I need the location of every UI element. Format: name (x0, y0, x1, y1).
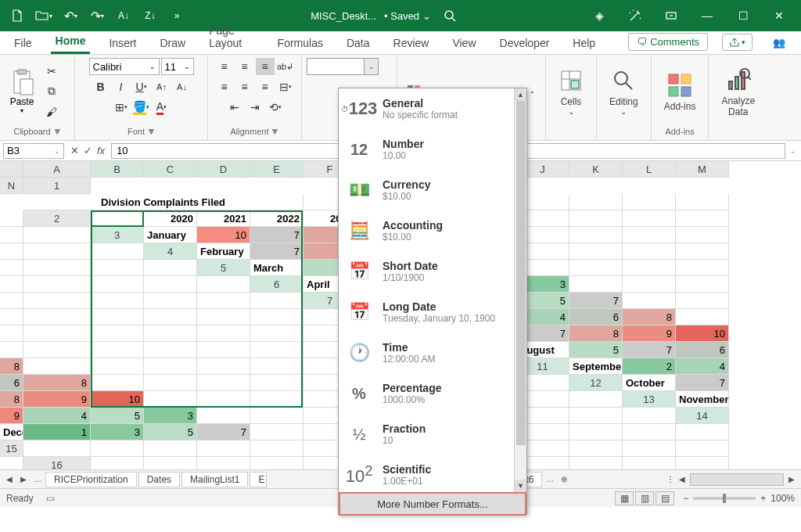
tab-nav-ellipsis-icon[interactable]: … (544, 475, 556, 483)
format-option-accounting[interactable]: 🧮Accounting$10.00 (339, 210, 526, 251)
cell[interactable] (23, 440, 91, 457)
cell[interactable] (144, 358, 197, 375)
cell[interactable] (250, 342, 304, 358)
cell[interactable] (91, 457, 144, 469)
tab-data[interactable]: Data (342, 37, 375, 54)
page-layout-view-icon[interactable]: ▥ (635, 491, 654, 505)
cell[interactable] (0, 293, 23, 309)
undo-icon[interactable]: ↶▾ (59, 5, 81, 27)
cell[interactable]: 2020 (144, 210, 197, 227)
cell[interactable]: December (0, 424, 23, 440)
format-option-scientific[interactable]: 102Scientific1.00E+01 (339, 455, 526, 492)
cell[interactable] (23, 227, 91, 243)
col-header[interactable]: C (144, 161, 197, 178)
cell[interactable]: 10 (676, 325, 729, 342)
cell[interactable] (197, 457, 250, 469)
format-option-time[interactable]: 🕐Time12:00:00 AM (339, 332, 526, 373)
cell[interactable]: 8 (0, 391, 23, 408)
cell[interactable] (0, 243, 23, 260)
font-dialog-icon[interactable]: ⯆ (148, 128, 155, 135)
name-box[interactable]: B3⌄ (3, 143, 64, 159)
cell[interactable]: 7 (197, 424, 250, 440)
cell[interactable]: 4 (676, 358, 729, 375)
row-header[interactable]: 3 (91, 227, 144, 243)
sheet-tab-2[interactable]: Dates (138, 472, 180, 487)
cell[interactable] (23, 342, 91, 358)
bold-icon[interactable]: B (92, 78, 110, 95)
row-header[interactable]: 13 (623, 391, 676, 408)
tab-help[interactable]: Help (568, 37, 600, 54)
cell[interactable] (623, 260, 676, 276)
merge-icon[interactable]: ⊟▾ (276, 78, 295, 95)
row-header[interactable]: 15 (0, 440, 23, 457)
hscroll-left-icon[interactable]: ◀ (676, 475, 688, 483)
tab-home[interactable]: Home (51, 34, 91, 54)
format-option-short-date[interactable]: 📅Short Date1/10/1900 (339, 251, 526, 292)
format-option-percentage[interactable]: %Percentage1000.00% (339, 373, 526, 414)
cell[interactable] (91, 440, 144, 457)
row-header[interactable]: 4 (144, 243, 197, 260)
col-header[interactable]: D (197, 161, 250, 178)
cell[interactable] (250, 457, 304, 469)
cell[interactable] (623, 227, 676, 243)
wand-icon[interactable] (620, 0, 651, 31)
normal-view-icon[interactable]: ▦ (615, 491, 634, 505)
tab-formulas[interactable]: Formulas (273, 37, 328, 54)
row-header[interactable]: 5 (197, 260, 250, 276)
teams-button[interactable]: 👥 (767, 34, 792, 51)
format-painter-icon[interactable]: 🖌 (42, 103, 61, 120)
increase-font-icon[interactable]: A↑ (153, 78, 171, 95)
cell[interactable]: 2022 (250, 210, 304, 227)
row-header[interactable]: 2 (23, 210, 91, 227)
cell[interactable] (144, 440, 197, 457)
cell[interactable] (144, 375, 197, 391)
cell[interactable]: Division Complaints Filed (23, 194, 304, 210)
copy-icon[interactable]: ⧉ (42, 83, 61, 100)
new-sheet-icon[interactable]: ⊕ (558, 475, 570, 483)
cell[interactable] (569, 440, 623, 457)
cell[interactable] (197, 342, 250, 358)
cell[interactable] (623, 194, 676, 210)
zoom-out-icon[interactable]: − (683, 493, 688, 504)
cell[interactable] (144, 293, 197, 309)
cell[interactable] (197, 293, 250, 309)
cell[interactable] (144, 342, 197, 358)
cell[interactable] (676, 210, 729, 227)
cell[interactable]: 2021 (197, 210, 250, 227)
cell[interactable] (250, 375, 304, 391)
cell[interactable] (0, 457, 23, 469)
cell[interactable] (676, 293, 729, 309)
cell[interactable]: 6 (569, 309, 623, 325)
cell[interactable] (197, 391, 250, 408)
cell[interactable]: 9 (623, 325, 676, 342)
cell[interactable] (0, 276, 23, 293)
cell[interactable] (91, 243, 144, 260)
diamond-icon[interactable]: ◈ (584, 0, 615, 31)
col-header[interactable] (0, 161, 23, 178)
cell[interactable] (676, 194, 729, 210)
ribbon-mode-icon[interactable] (656, 0, 687, 31)
cell[interactable] (676, 424, 729, 440)
cell[interactable]: 7 (250, 227, 304, 243)
horizontal-scrollbar[interactable] (690, 473, 784, 486)
cell[interactable] (144, 260, 197, 276)
cell[interactable] (676, 309, 729, 325)
col-header[interactable]: E (250, 161, 304, 178)
cell[interactable] (197, 375, 250, 391)
open-file-icon[interactable]: ▾ (33, 5, 55, 27)
cell[interactable] (91, 342, 144, 358)
cell[interactable]: 10 (91, 391, 144, 408)
wrap-text-icon[interactable]: ab↲ (276, 58, 295, 75)
decrease-indent-icon[interactable]: ⇤ (225, 99, 244, 116)
hscroll-right-icon[interactable]: ▶ (785, 475, 798, 483)
cell[interactable] (197, 358, 250, 375)
cell[interactable] (23, 243, 91, 260)
tab-draw[interactable]: Draw (155, 37, 190, 54)
sort-desc-icon[interactable]: Z↓ (139, 5, 161, 27)
number-format-select[interactable]: ⌄ (307, 58, 379, 75)
cell[interactable] (91, 293, 144, 309)
format-option-fraction[interactable]: ½Fraction10 (339, 414, 526, 455)
cell[interactable] (91, 325, 144, 342)
row-header[interactable]: 16 (23, 457, 91, 469)
cell[interactable] (676, 243, 729, 260)
